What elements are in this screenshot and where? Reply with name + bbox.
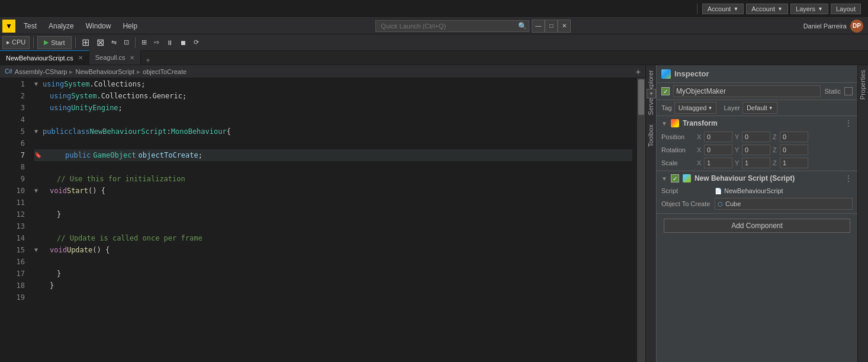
script-expand-icon[interactable]: ⋮ bbox=[844, 174, 853, 183]
object-create-row: Object To Create ⬡ Cube bbox=[657, 196, 857, 213]
menu-item-test[interactable]: Test bbox=[18, 20, 43, 33]
transform-title: Transform bbox=[683, 119, 718, 127]
debug-btn-7[interactable]: ⏸ bbox=[164, 36, 175, 49]
breadcrumb-member[interactable]: objectToCreate bbox=[143, 68, 187, 75]
breadcrumb-assembly[interactable]: C# Assembly-CSharp bbox=[5, 68, 67, 75]
user-name: Daniel Parreira bbox=[803, 23, 847, 30]
pos-z-input[interactable] bbox=[780, 132, 808, 142]
fold-icon-10[interactable]: ▼ bbox=[34, 185, 41, 197]
script-file-icon: 📄 bbox=[715, 188, 722, 194]
object-name-row: ✓ Static bbox=[657, 83, 857, 100]
scale-z-input[interactable] bbox=[780, 158, 808, 168]
debug-btn-2[interactable]: ⊠ bbox=[94, 36, 107, 49]
debug-btn-6[interactable]: ⇨ bbox=[152, 36, 162, 49]
debug-btn-8[interactable]: ⏹ bbox=[178, 36, 189, 49]
scale-row: Scale X Y Z bbox=[657, 156, 857, 171]
tab-newbehaviour-label: NewBehaviourScript.cs bbox=[6, 55, 73, 62]
start-label: Start bbox=[51, 39, 65, 46]
fold-icon-15[interactable]: ▼ bbox=[34, 244, 41, 256]
debug-btn-9[interactable]: ⟳ bbox=[191, 36, 201, 49]
breadcrumb-assembly-label: Assembly-CSharp bbox=[15, 68, 67, 75]
object-value-display[interactable]: ⬡ Cube bbox=[715, 198, 853, 210]
code-line-19 bbox=[34, 291, 632, 303]
rot-x-input[interactable] bbox=[704, 145, 732, 155]
tab-newbehaviour[interactable]: NewBehaviourScript.cs ✕ bbox=[0, 50, 89, 65]
cpu-dropdown[interactable]: ▸ CPU bbox=[2, 36, 30, 49]
scale-y-input[interactable] bbox=[742, 158, 770, 168]
code-line-5: ▼public class NewBehaviourScript : MonoB… bbox=[34, 126, 632, 137]
layout-button[interactable]: Layout bbox=[831, 4, 861, 14]
tag-chevron-icon: ▼ bbox=[708, 105, 712, 111]
tag-dropdown[interactable]: Untagged ▼ bbox=[674, 102, 717, 114]
fold-icon-6 bbox=[34, 137, 41, 149]
line-numbers: 1 2 3 4 5 6 7 8 9 10 11 12 13 14 15 16 1… bbox=[0, 78, 30, 362]
code-area[interactable]: ▼using System.Collections; using System.… bbox=[30, 78, 637, 362]
side-tab-toolbox[interactable]: Toolbox bbox=[646, 120, 656, 152]
new-tab-button[interactable]: + bbox=[141, 56, 155, 65]
properties-tab-container: Properties bbox=[857, 65, 868, 362]
main-area: C# Assembly-CSharp ▸ NewBehaviourScript … bbox=[0, 65, 868, 362]
layer-value: Default bbox=[747, 104, 767, 111]
tab-label[interactable]: Account ▼ bbox=[702, 4, 744, 14]
menu-item-window[interactable]: Window bbox=[80, 20, 117, 33]
code-line-12: } bbox=[34, 209, 632, 220]
static-label: Static bbox=[824, 88, 841, 95]
transform-expand-icon[interactable]: ⋮ bbox=[844, 118, 853, 128]
debug-btn-3[interactable]: ⇋ bbox=[109, 36, 119, 49]
code-line-7[interactable]: 🔖 public GameObject objectToCreate; bbox=[34, 149, 632, 161]
new-tab-icon[interactable]: + bbox=[636, 67, 641, 76]
scrollbar-thumb[interactable] bbox=[638, 79, 644, 115]
menu-item-help[interactable]: Help bbox=[117, 20, 143, 33]
vs-search-area: 🔍 — □ ✕ bbox=[143, 20, 803, 33]
menu-item-analyze[interactable]: Analyze bbox=[43, 20, 80, 33]
tab-newbehaviour-close-icon[interactable]: ✕ bbox=[78, 55, 83, 61]
debug-btn-5[interactable]: ⊞ bbox=[139, 36, 149, 49]
close-button[interactable]: ✕ bbox=[558, 20, 571, 33]
rotation-row: Rotation X Y Z bbox=[657, 143, 857, 156]
side-tab-properties[interactable]: Properties bbox=[858, 65, 868, 104]
breadcrumb-class[interactable]: NewBehaviourScript bbox=[75, 68, 134, 75]
script-value-display[interactable]: 📄 NewBehaviourScript bbox=[715, 187, 783, 194]
layer-label: Layer bbox=[724, 104, 740, 111]
toolbar-row: ▸ CPU ▶ Start ⊞ ⊠ ⇋ ⊡ ⊞ ⇨ ⏸ ⏹ ⟳ bbox=[0, 34, 868, 51]
fold-icon-5[interactable]: ▼ bbox=[34, 126, 41, 137]
layer-dropdown[interactable]: Default ▼ bbox=[742, 102, 777, 114]
minimize-button[interactable]: — bbox=[532, 20, 545, 33]
start-button[interactable]: ▶ Start bbox=[37, 36, 71, 49]
pos-z-label: Z bbox=[773, 133, 780, 140]
tag-value: Untagged bbox=[679, 104, 707, 111]
scale-y-label: Y bbox=[735, 159, 742, 166]
script-header[interactable]: ▼ ✓ New Behaviour Script (Script) ⋮ bbox=[657, 171, 857, 185]
account-button[interactable]: Account ▼ bbox=[746, 4, 788, 14]
code-line-14: // Update is called once per frame bbox=[34, 232, 632, 244]
rot-z-input[interactable] bbox=[780, 145, 808, 155]
debug-btn-4[interactable]: ⊡ bbox=[121, 36, 131, 49]
line-num-11: 11 bbox=[5, 197, 25, 209]
scale-x-input[interactable] bbox=[704, 158, 732, 168]
layers-button[interactable]: Layers ▼ bbox=[790, 4, 828, 14]
fold-icon-11 bbox=[34, 197, 41, 209]
pos-y-input[interactable] bbox=[742, 132, 770, 142]
object-enabled-checkbox[interactable]: ✓ bbox=[661, 87, 670, 95]
fold-icon-1[interactable]: ▼ bbox=[34, 78, 41, 90]
editor-scrollbar[interactable] bbox=[637, 78, 645, 362]
line-num-4: 4 bbox=[5, 114, 25, 126]
position-label: Position bbox=[661, 133, 697, 140]
pos-x-input[interactable] bbox=[704, 132, 732, 142]
add-component-button[interactable]: Add Component bbox=[664, 219, 850, 233]
script-section: ▼ ✓ New Behaviour Script (Script) ⋮ Scri… bbox=[657, 171, 857, 214]
inspector-header: Inspector bbox=[657, 65, 857, 83]
script-field-row: Script 📄 NewBehaviourScript bbox=[657, 185, 857, 196]
transform-section: ▼ Transform ⋮ Position X Y Z Rotation X … bbox=[657, 116, 857, 171]
rot-y-input[interactable] bbox=[742, 145, 770, 155]
search-input[interactable] bbox=[375, 20, 529, 32]
scale-x-label: X bbox=[697, 159, 704, 166]
tab-seagull[interactable]: Seagull.cs ✕ bbox=[89, 50, 142, 65]
object-name-input[interactable] bbox=[673, 85, 821, 97]
static-checkbox[interactable] bbox=[844, 87, 853, 95]
maximize-button[interactable]: □ bbox=[545, 20, 558, 33]
script-enabled-checkbox[interactable]: ✓ bbox=[671, 174, 679, 182]
transform-header[interactable]: ▼ Transform ⋮ bbox=[657, 116, 857, 130]
tab-seagull-close-icon[interactable]: ✕ bbox=[130, 55, 134, 61]
debug-btn-1[interactable]: ⊞ bbox=[79, 36, 92, 49]
